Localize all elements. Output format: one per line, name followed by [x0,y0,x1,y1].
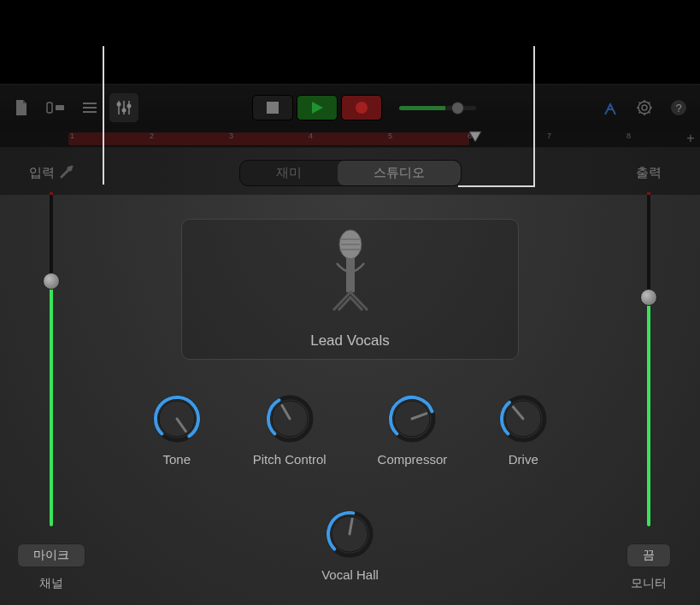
preset-name: Lead Vocals [310,332,390,349]
help-icon[interactable]: ? [664,93,693,122]
add-track-button[interactable]: + [683,131,698,146]
input-label: 입력 [29,165,55,181]
stop-button[interactable] [252,95,293,120]
svg-point-8 [642,105,647,110]
microphone-icon [325,229,376,322]
list-icon[interactable] [75,93,104,122]
ruler-tick: 4 [309,132,313,140]
knob-label: Drive [509,452,538,467]
output-fader[interactable] [647,192,650,526]
svg-point-4 [127,104,132,109]
mixer-icon[interactable] [109,93,138,122]
playhead[interactable] [468,131,482,144]
settings-icon[interactable] [630,93,659,122]
output-sublabel: 모니터 [631,576,667,591]
knob-label: Tone [162,452,191,467]
knob-dial[interactable] [325,509,374,559]
ruler-tick: 3 [229,132,233,140]
svg-point-6 [356,102,368,114]
track-view-icon[interactable] [41,93,70,122]
transport-controls [250,95,384,120]
knob-label: Vocal Hall [321,567,379,582]
input-options-icon[interactable] [60,165,74,181]
monitor-button[interactable]: 끔 [626,543,671,567]
audio-recorder-view: 입력 마이크 채널 출력 끔 모니터 재미 스튜디오 [0,148,700,605]
svg-rect-5 [267,102,279,114]
knob-dial[interactable] [387,394,437,443]
svg-rect-12 [346,258,355,292]
ruler-tick: 7 [547,132,551,140]
play-button[interactable] [297,95,338,120]
toolbar: ? [0,84,700,131]
knob-vocal-hall: Vocal Hall [321,509,379,582]
knob-dial[interactable] [265,394,315,443]
document-icon[interactable] [7,93,36,122]
mode-segmented-control: 재미 스튜디오 [239,160,462,186]
knob-pitch-control: Pitch Control [253,394,326,467]
svg-point-2 [117,103,121,107]
svg-point-3 [122,109,126,113]
timeline-ruler[interactable]: 1 2 3 4 5 6 7 8 + [0,131,700,148]
input-fader[interactable] [50,192,53,526]
ruler-tick: 8 [626,132,631,140]
input-channel-button[interactable]: 마이크 [17,543,85,567]
ruler-tick: 2 [150,132,154,140]
ruler-tick: 5 [388,132,392,140]
input-sublabel: 채널 [39,576,63,591]
tab-fun[interactable]: 재미 [240,161,338,185]
svg-text:?: ? [675,102,681,115]
record-button[interactable] [341,95,382,120]
tab-studio[interactable]: 스튜디오 [338,161,461,185]
knob-label: Pitch Control [253,452,326,467]
preset-selector[interactable]: Lead Vocals [181,219,519,360]
knob-label: Compressor [378,452,448,467]
tuning-fork-icon[interactable] [596,93,625,122]
cycle-region[interactable] [68,132,469,145]
knob-compressor: Compressor [378,394,448,467]
knob-dial[interactable] [498,394,548,443]
knob-tone: Tone [152,394,202,467]
output-label: 출력 [636,165,662,181]
svg-rect-0 [47,103,52,113]
master-volume-slider[interactable] [399,106,476,110]
knob-dial[interactable] [152,394,202,443]
ruler-tick: 1 [70,132,74,140]
svg-rect-1 [56,105,64,110]
knob-drive: Drive [498,394,548,467]
